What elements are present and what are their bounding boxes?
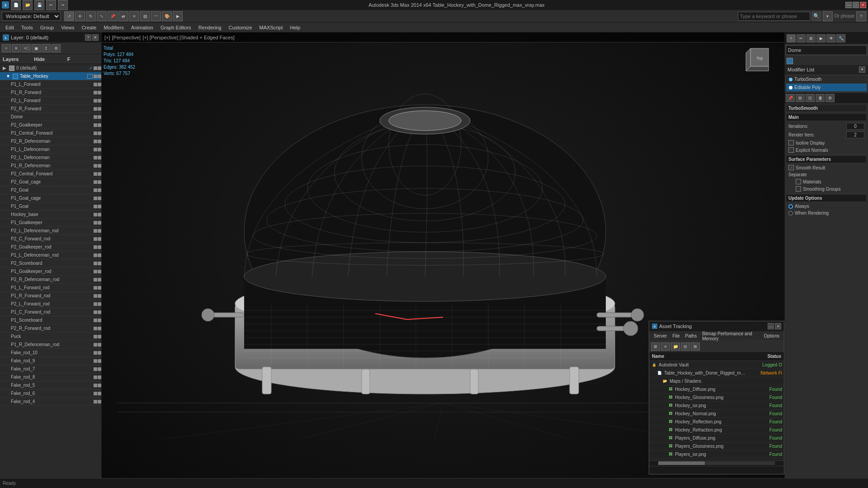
add-to-layer-btn[interactable]: +□ xyxy=(22,44,31,52)
list-item[interactable]: P2_L_Forward xyxy=(0,97,101,105)
list-item[interactable]: P2_Goal_cage xyxy=(0,178,101,186)
asset-btn4[interactable]: ⊟ xyxy=(681,343,690,351)
render-setup-btn[interactable]: 🎨 xyxy=(162,11,172,21)
list-item[interactable]: P2_Goalkeeper_rod xyxy=(0,243,101,251)
list-item[interactable]: P2_Scoreboard xyxy=(0,259,101,267)
list-item[interactable]: Hockey_base xyxy=(0,211,101,219)
menu-maxscript[interactable]: MAXScript xyxy=(256,23,287,33)
rotate-tool[interactable]: ↻ xyxy=(86,11,96,21)
align-tool[interactable]: ≡ xyxy=(129,11,139,21)
list-item[interactable]: P1_Scoreboard xyxy=(0,316,101,324)
menu-help[interactable]: Help xyxy=(287,23,304,33)
modifier-editable-poly[interactable]: Editable Poly xyxy=(786,84,867,92)
list-item[interactable]: Fake_rod_8 xyxy=(0,373,101,381)
explicit-normals-checkbox[interactable] xyxy=(788,147,794,153)
minimize-btn[interactable]: — xyxy=(845,2,852,8)
asset-menu-server[interactable]: Server xyxy=(651,333,670,339)
mirror-tool[interactable]: ⇄ xyxy=(118,11,128,21)
isoline-checkbox[interactable] xyxy=(788,140,794,145)
redo-btn[interactable]: ↪ xyxy=(58,0,68,10)
asset-btn2[interactable]: ≡ xyxy=(661,343,670,351)
search-input[interactable] xyxy=(738,12,810,21)
list-item[interactable]: Fake_rod_5 xyxy=(0,381,101,389)
object-name-field[interactable] xyxy=(786,45,867,55)
asset-row-texture[interactable]: 🖼 Hockey_ior.png Found xyxy=(649,402,784,410)
pin-stack-btn[interactable]: 📌 xyxy=(786,94,795,102)
asset-row-texture[interactable]: 🖼 Hockey_Glossiness.png Found xyxy=(649,394,784,402)
when-rendering-radio[interactable] xyxy=(788,211,793,216)
layer-close-btn[interactable]: ✕ xyxy=(92,34,99,41)
list-item[interactable]: P1_L_Forward_rod xyxy=(0,284,101,292)
list-item[interactable]: P1_Central_Forward xyxy=(0,129,101,137)
search-button[interactable]: 🔍 xyxy=(812,12,821,21)
list-item[interactable]: P2_L_Defenceman_rod xyxy=(0,227,101,235)
list-item[interactable]: P1_R_Defenceman_rod xyxy=(0,341,101,349)
close-btn[interactable]: ✕ xyxy=(860,2,866,8)
layer-item[interactable]: ▼ Table_Hockey xyxy=(0,72,101,80)
list-item[interactable]: P2_Central_Forward xyxy=(0,170,101,178)
undo-btn[interactable]: ↩ xyxy=(46,0,56,10)
menu-customize[interactable]: Customize xyxy=(225,23,256,33)
list-item[interactable]: Puck xyxy=(0,333,101,341)
hide-layers-btn[interactable]: Hide xyxy=(32,56,65,62)
search-options-btn[interactable]: ▾ xyxy=(823,11,833,21)
list-item[interactable]: P1_Goalkeeper_rod xyxy=(0,267,101,276)
list-item[interactable]: P1_R_Defenceman xyxy=(0,162,101,170)
asset-close-btn[interactable]: ✕ xyxy=(775,323,781,329)
save-file-btn[interactable]: 💾 xyxy=(34,0,44,10)
maximize-btn[interactable]: □ xyxy=(853,2,859,8)
asset-scrollbar[interactable] xyxy=(649,460,784,466)
asset-row-folder[interactable]: 📂 Maps / Shaders xyxy=(649,377,784,385)
configure-modifier-btn[interactable]: ⚙ xyxy=(826,94,835,102)
list-item[interactable]: P1_L_Forward xyxy=(0,80,101,89)
asset-menu-options[interactable]: Options xyxy=(761,333,782,339)
layer-settings-btn[interactable]: ⚙ xyxy=(52,44,61,52)
list-item[interactable]: P1_Goal xyxy=(0,202,101,211)
smooth-result-checkbox[interactable]: ✓ xyxy=(788,165,794,170)
list-item[interactable]: Fake_rod_7 xyxy=(0,365,101,373)
remove-modifier-btn[interactable]: 🗑 xyxy=(816,94,825,102)
materials-checkbox[interactable] xyxy=(796,179,801,184)
list-item[interactable]: P2_Goalkeeper xyxy=(0,121,101,129)
list-item[interactable]: P2_R_Defenceman_rod xyxy=(0,276,101,284)
menu-tools[interactable]: Tools xyxy=(18,23,37,33)
list-item[interactable]: P1_Goalkeeper xyxy=(0,219,101,227)
modify-tab[interactable]: ✏ xyxy=(797,34,806,42)
nav-cube[interactable]: Top xyxy=(744,46,771,73)
open-file-btn[interactable]: 📂 xyxy=(23,0,33,10)
menu-edit[interactable]: Edit xyxy=(2,23,18,33)
new-layer-btn[interactable]: + xyxy=(2,44,11,52)
modifier-turbosmooth[interactable]: TurboSmooth xyxy=(786,75,867,84)
list-item[interactable]: P1_R_Forward_rod xyxy=(0,292,101,300)
utilities-tab[interactable]: 🔧 xyxy=(836,34,845,42)
list-item[interactable]: Fake_rod_9 xyxy=(0,357,101,365)
list-item[interactable]: Fake_rod_4 xyxy=(0,398,101,406)
list-item[interactable]: P2_Goal xyxy=(0,186,101,194)
list-item[interactable]: P1_R_Forward xyxy=(0,89,101,97)
asset-row-texture[interactable]: 🖼 Hockey_Normal.png Found xyxy=(649,410,784,418)
layer-help-btn[interactable]: ? xyxy=(85,34,91,41)
list-item[interactable]: P1_Goal_cage xyxy=(0,194,101,202)
menu-views[interactable]: Views xyxy=(57,23,78,33)
help-btn[interactable]: ? xyxy=(856,11,866,21)
always-radio[interactable] xyxy=(788,204,793,209)
delete-layer-btn[interactable]: ✕ xyxy=(12,44,21,52)
list-item[interactable]: P2_L_Forward_rod xyxy=(0,300,101,308)
curve-editor-btn[interactable]: 〰 xyxy=(151,11,161,21)
snap-tool[interactable]: 📌 xyxy=(108,11,118,21)
scale-tool[interactable]: ⤡ xyxy=(97,11,107,21)
asset-menu-paths[interactable]: Paths xyxy=(683,333,700,339)
show-end-result-btn[interactable]: ⊞ xyxy=(796,94,805,102)
viewport[interactable]: [+] [Perspective] [+] [Perspective] [Sha… xyxy=(102,33,784,488)
make-unique-btn[interactable]: ⊡ xyxy=(806,94,815,102)
create-tab[interactable]: + xyxy=(787,34,796,42)
menu-modifiers[interactable]: Modifiers xyxy=(100,23,127,33)
asset-row-vault[interactable]: 🔒 Autodesk Vault Logged O xyxy=(649,361,784,369)
motion-tab[interactable]: ▶ xyxy=(816,34,826,42)
list-item[interactable]: P2_C_Forward_rod xyxy=(0,235,101,243)
asset-btn3[interactable]: 📁 xyxy=(671,343,680,351)
iterations-value[interactable] xyxy=(846,123,864,130)
asset-menu-file[interactable]: File xyxy=(670,333,682,339)
select-layer-btn[interactable]: ▣ xyxy=(32,44,41,52)
asset-row-texture[interactable]: 🖼 Players_ior.png Found xyxy=(649,450,784,459)
